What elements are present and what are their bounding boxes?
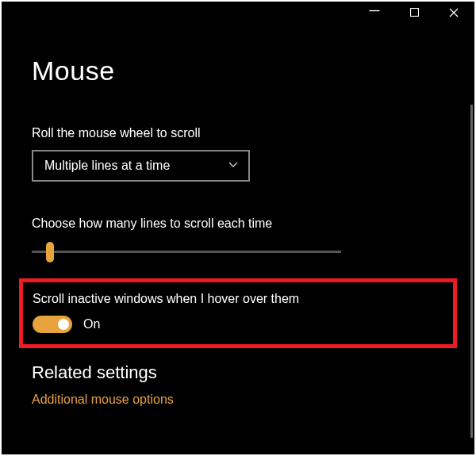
inactive-windows-toggle[interactable] <box>33 316 72 333</box>
lines-slider[interactable] <box>32 240 341 264</box>
dropdown-value: Multiple lines at a time <box>44 159 170 173</box>
inactive-windows-label: Scroll inactive windows when I hover ove… <box>33 292 442 306</box>
additional-mouse-options-link[interactable]: Additional mouse options <box>32 393 451 407</box>
wheel-scroll-label: Roll the mouse wheel to scroll <box>32 126 451 140</box>
lines-scroll-label: Choose how many lines to scroll each tim… <box>32 217 451 231</box>
inactive-windows-toggle-row: On <box>33 316 442 333</box>
close-button[interactable] <box>443 2 465 25</box>
titlebar: ─ <box>2 2 474 25</box>
highlight-annotation: Scroll inactive windows when I hover ove… <box>19 278 457 348</box>
settings-window: ─ Mouse Roll the mouse wheel to scroll M… <box>2 2 474 454</box>
scrollbar[interactable] <box>470 105 473 438</box>
wheel-scroll-dropdown[interactable]: Multiple lines at a time <box>32 150 250 182</box>
content-area: Mouse Roll the mouse wheel to scroll Mul… <box>2 25 474 407</box>
close-icon <box>449 8 459 20</box>
slider-track <box>32 251 341 253</box>
maximize-icon <box>410 8 419 19</box>
chevron-down-icon <box>228 159 239 173</box>
maximize-button[interactable] <box>403 2 425 25</box>
slider-thumb[interactable] <box>46 242 54 262</box>
minimize-button[interactable]: ─ <box>363 0 386 21</box>
toggle-state-label: On <box>83 317 100 331</box>
related-settings-heading: Related settings <box>32 362 451 383</box>
svg-rect-0 <box>410 9 418 17</box>
page-title: Mouse <box>32 56 451 86</box>
toggle-knob <box>58 319 69 330</box>
